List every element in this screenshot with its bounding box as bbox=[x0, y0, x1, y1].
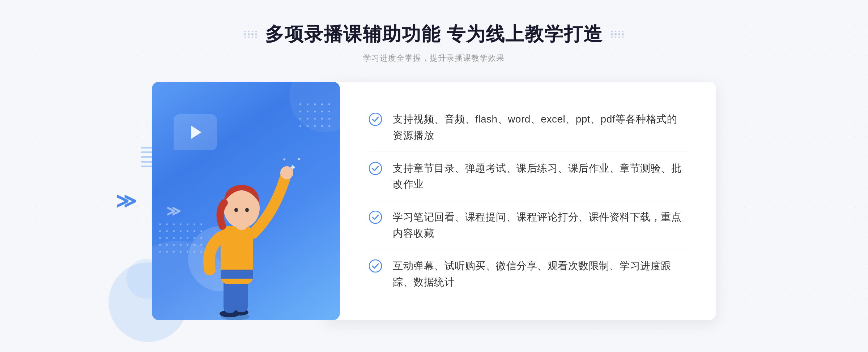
content-area: ≫ bbox=[152, 82, 716, 320]
svg-point-18 bbox=[618, 31, 620, 32]
svg-point-42 bbox=[369, 260, 382, 272]
svg-point-35 bbox=[245, 208, 249, 212]
svg-point-10 bbox=[252, 37, 253, 38]
right-decorator-dots bbox=[610, 31, 625, 38]
left-decorator-dots bbox=[243, 31, 258, 38]
svg-point-16 bbox=[611, 31, 613, 32]
svg-point-40 bbox=[369, 162, 382, 175]
svg-point-2 bbox=[251, 33, 254, 35]
page-container: 多项录播课辅助功能 专为线上教学打造 bbox=[0, 0, 868, 352]
feature-text-3: 学习笔记回看、课程提问、课程评论打分、课件资料下载，重点内容收藏 bbox=[393, 209, 687, 242]
illustration-card: ≫ bbox=[152, 82, 340, 320]
feature-text-1: 支持视频、音频、flash、word、excel、ppt、pdf等各种格式的资源… bbox=[393, 111, 687, 144]
svg-point-19 bbox=[622, 31, 624, 32]
svg-point-22 bbox=[618, 37, 620, 38]
svg-point-12 bbox=[611, 33, 613, 35]
subtitle: 学习进度全掌握，提升录播课教学效果 bbox=[243, 53, 625, 64]
svg-point-1 bbox=[248, 33, 250, 35]
svg-point-13 bbox=[614, 33, 617, 35]
content-panel: 支持视频、音频、flash、word、excel、ppt、pdf等各种格式的资源… bbox=[326, 82, 716, 320]
check-icon-1 bbox=[369, 113, 382, 126]
svg-point-34 bbox=[234, 208, 238, 212]
header-decorators: 多项录播课辅助功能 专为线上教学打造 bbox=[243, 22, 625, 47]
svg-point-4 bbox=[244, 31, 246, 32]
svg-point-8 bbox=[244, 37, 246, 38]
character-illustration: ✦ ✦ ✦ bbox=[177, 125, 315, 320]
left-chevron-icon: ≫ bbox=[116, 191, 137, 211]
main-title: 多项录播课辅助功能 专为线上教学打造 bbox=[265, 22, 603, 47]
feature-item-4: 互动弹幕、试听购买、微信分享、观看次数限制、学习进度跟踪、数据统计 bbox=[369, 251, 687, 298]
svg-point-15 bbox=[622, 33, 624, 35]
svg-point-6 bbox=[252, 31, 253, 32]
check-icon-4 bbox=[369, 259, 382, 272]
feature-item-2: 支持章节目录、弹题考试、课后练习、课后作业、章节测验、批改作业 bbox=[369, 153, 687, 201]
feature-text-4: 互动弹幕、试听购买、微信分享、观看次数限制、学习进度跟踪、数据统计 bbox=[393, 258, 687, 291]
check-icon-2 bbox=[369, 162, 382, 175]
svg-point-21 bbox=[615, 37, 616, 38]
svg-point-20 bbox=[611, 37, 613, 38]
svg-text:✦: ✦ bbox=[297, 156, 301, 162]
svg-point-3 bbox=[255, 33, 257, 35]
svg-point-41 bbox=[369, 211, 382, 223]
check-icon-3 bbox=[369, 211, 382, 224]
dot-matrix-top bbox=[299, 103, 333, 129]
svg-point-14 bbox=[618, 33, 620, 35]
svg-point-23 bbox=[622, 37, 624, 38]
feature-text-2: 支持章节目录、弹题考试、课后练习、课后作业、章节测验、批改作业 bbox=[393, 160, 687, 193]
header-section: 多项录播课辅助功能 专为线上教学打造 bbox=[243, 22, 625, 64]
svg-text:✦: ✦ bbox=[289, 163, 296, 172]
feature-item-3: 学习笔记回看、课程提问、课程评论打分、课件资料下载，重点内容收藏 bbox=[369, 202, 687, 249]
svg-text:✦: ✦ bbox=[282, 156, 286, 162]
feature-item-1: 支持视频、音频、flash、word、excel、ppt、pdf等各种格式的资源… bbox=[369, 104, 687, 151]
svg-point-0 bbox=[244, 33, 246, 35]
svg-point-7 bbox=[255, 31, 257, 32]
svg-point-39 bbox=[369, 113, 382, 125]
svg-point-5 bbox=[248, 31, 250, 32]
svg-rect-30 bbox=[221, 270, 253, 279]
svg-point-17 bbox=[615, 31, 616, 32]
svg-point-11 bbox=[255, 37, 257, 38]
svg-point-9 bbox=[248, 37, 250, 38]
